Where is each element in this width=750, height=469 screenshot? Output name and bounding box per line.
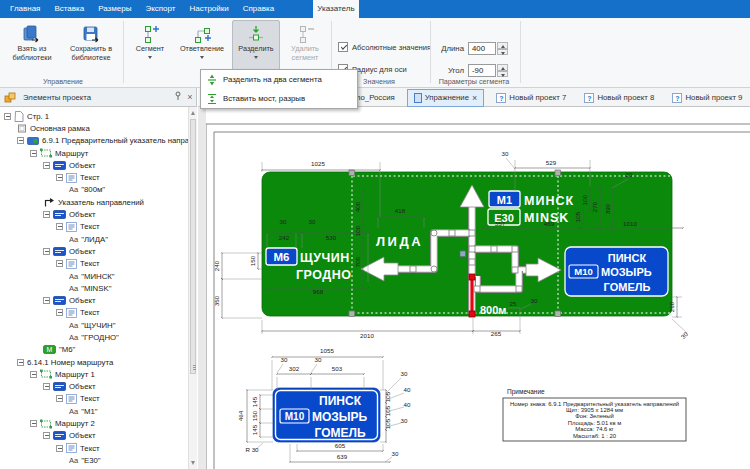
close-icon[interactable]: × bbox=[472, 93, 477, 103]
angle-stepper[interactable] bbox=[497, 64, 508, 77]
chevron-down-icon bbox=[148, 56, 152, 59]
tree-row[interactable]: Aa"МИНСК" bbox=[0, 270, 188, 282]
expand-collapse-toggle[interactable] bbox=[43, 297, 50, 304]
blue-panel[interactable]: ПИНСК М10 МОЗЫРЬ ГОМЕЛЬ bbox=[565, 247, 668, 296]
close-icon[interactable]: × bbox=[184, 88, 196, 107]
expand-collapse-toggle[interactable] bbox=[30, 150, 37, 157]
project-tree: Стр. 1Основная рамка6.9.1 Предварительны… bbox=[0, 107, 188, 469]
expand-collapse-toggle[interactable] bbox=[43, 383, 50, 390]
expand-collapse-toggle[interactable] bbox=[17, 137, 24, 144]
menu-item[interactable]: Настройки bbox=[183, 0, 236, 18]
scrollbar-thumb[interactable] bbox=[190, 119, 196, 374]
tree-row[interactable]: Aa"ЩУЧИН" bbox=[0, 319, 188, 331]
tree-row[interactable]: Текст bbox=[0, 221, 188, 233]
tree-row[interactable]: Aa"ЛИДА" bbox=[0, 233, 188, 245]
tree-row[interactable]: Aa"М1" bbox=[0, 405, 188, 417]
tree-row[interactable]: Объект bbox=[0, 430, 188, 442]
document-tab[interactable]: Упражнение× bbox=[407, 89, 485, 107]
take-from-library-button[interactable]: Взять избиблиотеки bbox=[4, 20, 60, 84]
small-gomel-text: ГОМЕЛЬ bbox=[314, 426, 365, 440]
tree-row[interactable]: Маршрут 2 bbox=[0, 417, 188, 429]
tree-row[interactable]: М"М6" bbox=[0, 344, 188, 356]
tree-row[interactable]: Объект bbox=[0, 159, 188, 171]
small-sign[interactable]: ПИНСК М10 МОЗЫРЬ ГОМЕЛЬ bbox=[273, 388, 380, 442]
expand-collapse-toggle[interactable] bbox=[56, 174, 63, 181]
dimension-label: 529 bbox=[546, 159, 557, 166]
menu-item[interactable]: Вставка bbox=[47, 0, 91, 18]
length-stepper[interactable] bbox=[497, 42, 508, 55]
schuchin-text[interactable]: ЩУЧИН bbox=[300, 251, 350, 265]
menu-item[interactable]: Экспорт bbox=[138, 0, 182, 18]
tree-row[interactable]: Текст bbox=[0, 442, 188, 454]
dimension-label: 469 bbox=[544, 220, 555, 227]
minsk-ru-text[interactable]: МИНСК bbox=[524, 194, 574, 208]
dimension-label: 150 bbox=[249, 255, 256, 266]
length-input[interactable]: 400 bbox=[468, 42, 496, 55]
scroll-down-icon[interactable] bbox=[191, 461, 195, 465]
tree-row[interactable]: Текст bbox=[0, 171, 188, 183]
tree-row[interactable]: Объект bbox=[0, 208, 188, 220]
tree-row[interactable]: Aa"ГРОДНО" bbox=[0, 331, 188, 343]
tree-row-label: Основная рамка bbox=[30, 124, 90, 133]
tree-row[interactable]: 6.9.1 Предварительный указатель напра bbox=[0, 135, 188, 147]
scroll-up-icon[interactable] bbox=[191, 111, 195, 115]
text-item-icon: Aa bbox=[69, 456, 78, 465]
tree-row[interactable]: Текст bbox=[0, 258, 188, 270]
panel-gomel-text: ГОМЕЛЬ bbox=[604, 281, 651, 293]
expand-collapse-toggle[interactable] bbox=[56, 223, 63, 230]
tree-row[interactable]: Стр. 1 bbox=[0, 110, 188, 122]
drawing-canvas[interactable]: М6 ЩУЧИН ГРОДНО ЛИДА М1 МИНСК Е30 MINSK … bbox=[198, 107, 750, 469]
center-handle[interactable] bbox=[460, 251, 466, 257]
tree-row[interactable]: Текст bbox=[0, 307, 188, 319]
expand-collapse-toggle[interactable] bbox=[43, 432, 50, 439]
tree-row[interactable]: Маршрут bbox=[0, 147, 188, 159]
dimension-label: 150 bbox=[251, 410, 258, 421]
angle-input[interactable]: -90 bbox=[468, 64, 496, 77]
dropdown-item[interactable]: Разделить на два сегмента bbox=[201, 70, 357, 89]
expand-collapse-toggle[interactable] bbox=[17, 359, 24, 366]
stepper-down-icon[interactable] bbox=[497, 49, 508, 56]
expand-collapse-toggle[interactable] bbox=[56, 395, 63, 402]
tree-row[interactable]: Объект bbox=[0, 381, 188, 393]
text-item-icon: Aa bbox=[69, 407, 78, 416]
expand-collapse-toggle[interactable] bbox=[56, 445, 63, 452]
tree-row[interactable]: Aa"MINSK" bbox=[0, 282, 188, 294]
expand-collapse-toggle[interactable] bbox=[56, 309, 63, 316]
tree-row[interactable]: Текст bbox=[0, 393, 188, 405]
lida-text[interactable]: ЛИДА bbox=[376, 234, 423, 249]
pin-icon[interactable] bbox=[172, 88, 184, 107]
absolute-values-checkbox[interactable]: Абсолютные значения bbox=[338, 42, 431, 52]
expand-collapse-toggle[interactable] bbox=[43, 211, 50, 218]
menu-item[interactable]: Справка bbox=[236, 0, 281, 18]
tree-row[interactable]: Aa"Е30" bbox=[0, 454, 188, 466]
document-tab[interactable]: ?Новый проект 8 bbox=[578, 88, 660, 107]
document-tab[interactable]: ?Новый проект 9 bbox=[666, 88, 748, 107]
tree-row[interactable]: Основная рамка bbox=[0, 122, 188, 134]
expand-collapse-toggle[interactable] bbox=[30, 420, 37, 427]
tree-scrollbar[interactable] bbox=[188, 107, 197, 469]
distance-text[interactable]: 800м bbox=[480, 304, 507, 316]
main-sign[interactable]: М6 ЩУЧИН ГРОДНО ЛИДА М1 МИНСК Е30 MINSK … bbox=[262, 170, 672, 317]
save-to-library-button[interactable]: Сохранить вбиблиотеке bbox=[62, 20, 120, 84]
m1-text[interactable]: М1 bbox=[497, 194, 512, 206]
tree-row[interactable]: 6.14.1 Номер маршрута bbox=[0, 356, 188, 368]
grodno-text[interactable]: ГРОДНО bbox=[296, 268, 351, 282]
expand-collapse-toggle[interactable] bbox=[4, 113, 11, 120]
tree-row[interactable]: Объект bbox=[0, 245, 188, 257]
ribbon-separator bbox=[123, 21, 124, 83]
tree-row[interactable]: Объект bbox=[0, 294, 188, 306]
expand-collapse-toggle[interactable] bbox=[43, 248, 50, 255]
tree-row[interactable]: Aa"800м" bbox=[0, 184, 188, 196]
expand-collapse-toggle[interactable] bbox=[30, 371, 37, 378]
expand-collapse-toggle[interactable] bbox=[56, 260, 63, 267]
tree-row[interactable]: Указатель направлений bbox=[0, 196, 188, 208]
tree-row[interactable]: Маршрут 1 bbox=[0, 368, 188, 380]
m6-text[interactable]: М6 bbox=[274, 251, 290, 263]
segment-button[interactable]: Сегмент bbox=[128, 20, 172, 84]
menu-tab-ukazatel[interactable]: Указатель bbox=[313, 0, 359, 18]
expand-collapse-toggle[interactable] bbox=[43, 162, 50, 169]
menu-item[interactable]: Размеры bbox=[91, 0, 138, 18]
document-tab[interactable]: ?Новый проект 7 bbox=[490, 88, 572, 107]
dropdown-item[interactable]: Вставить мост, разрыв bbox=[201, 89, 357, 108]
menu-item[interactable]: Главная bbox=[3, 0, 47, 18]
